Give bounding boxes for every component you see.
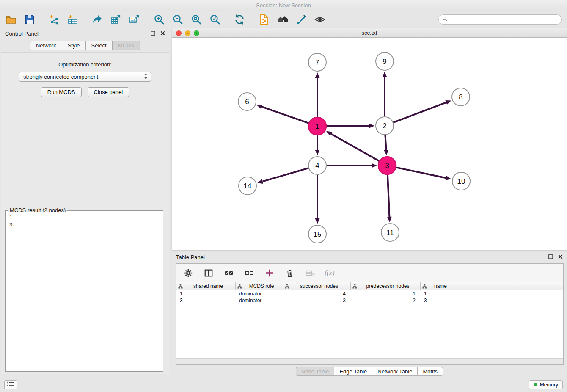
network-file-icon[interactable] bbox=[258, 14, 270, 25]
node-15[interactable]: 15 bbox=[308, 225, 326, 243]
maximize-window-icon[interactable] bbox=[194, 30, 199, 36]
arrowhead-icon bbox=[445, 100, 451, 105]
delete-column-icon[interactable] bbox=[284, 267, 296, 279]
deselect-all-icon[interactable] bbox=[243, 267, 255, 279]
tab-node-table[interactable]: Node Table bbox=[296, 367, 335, 376]
table-cell[interactable]: 3 bbox=[421, 297, 456, 304]
tab-network-table[interactable]: Network Table bbox=[372, 367, 418, 376]
tab-network[interactable]: Network bbox=[30, 41, 62, 50]
column-tree-icon bbox=[178, 284, 183, 289]
table-cell[interactable]: 3 bbox=[283, 297, 351, 304]
function-builder-icon[interactable]: f(x) bbox=[325, 267, 335, 279]
toolbar-group bbox=[234, 14, 245, 25]
export-image-icon[interactable] bbox=[129, 14, 140, 25]
toolbar-group bbox=[48, 14, 79, 25]
run-mcds-button[interactable]: Run MCDS bbox=[41, 87, 82, 97]
tab-style[interactable]: Style bbox=[62, 41, 86, 50]
edge-2-to-3[interactable] bbox=[385, 135, 386, 150]
close-window-icon[interactable] bbox=[176, 30, 182, 36]
table-panel-title: Table Panel bbox=[176, 254, 205, 260]
select-all-icon[interactable] bbox=[223, 267, 235, 279]
column-header-MCDS-role[interactable]: MCDS role bbox=[236, 282, 283, 290]
search-field[interactable] bbox=[438, 14, 562, 25]
table-cell[interactable]: 2 bbox=[351, 297, 421, 304]
node-6[interactable]: 6 bbox=[238, 93, 256, 110]
zoom-fit-icon[interactable] bbox=[190, 14, 202, 25]
svg-text:2: 2 bbox=[383, 122, 386, 130]
network-window-titlebar[interactable]: scc.txt bbox=[172, 28, 567, 38]
zoom-out-icon[interactable] bbox=[172, 14, 184, 25]
mcds-result-list[interactable]: 13 bbox=[7, 212, 162, 370]
node-11[interactable]: 11 bbox=[381, 224, 399, 241]
node-10[interactable]: 10 bbox=[452, 172, 470, 190]
table-cell[interactable]: 4 bbox=[283, 290, 351, 297]
table-horizontal-scrollbar[interactable] bbox=[176, 358, 563, 364]
add-column-icon[interactable] bbox=[264, 267, 275, 279]
edge-1-to-6[interactable] bbox=[262, 107, 309, 123]
svg-text:10: 10 bbox=[457, 177, 465, 185]
memory-button[interactable]: Memory bbox=[529, 380, 563, 389]
node-4[interactable]: 4 bbox=[308, 157, 326, 174]
svg-text:15: 15 bbox=[314, 230, 322, 238]
float-panel-icon[interactable] bbox=[151, 30, 155, 37]
table-row[interactable]: 1dominator411 bbox=[176, 290, 563, 297]
edge-4-to-14[interactable] bbox=[263, 168, 309, 182]
task-history-button[interactable] bbox=[4, 380, 17, 389]
criterion-dropdown[interactable]: strongly connected component bbox=[19, 72, 151, 82]
float-table-panel-icon[interactable] bbox=[548, 254, 553, 260]
node-7[interactable]: 7 bbox=[308, 53, 326, 71]
network-graph[interactable]: 7968124314101511 bbox=[172, 38, 567, 250]
table-cell[interactable]: dominator bbox=[236, 290, 283, 297]
table-cell[interactable]: dominator bbox=[236, 297, 283, 304]
node-3[interactable]: 3 bbox=[378, 157, 396, 174]
settings-gear-icon[interactable] bbox=[182, 267, 194, 279]
minimize-window-icon[interactable] bbox=[185, 30, 190, 36]
close-table-panel-icon[interactable] bbox=[558, 254, 563, 260]
refresh-icon[interactable] bbox=[234, 14, 245, 25]
node-8[interactable]: 8 bbox=[452, 88, 470, 106]
column-header-name[interactable]: name bbox=[421, 282, 456, 290]
import-network-icon[interactable] bbox=[48, 14, 60, 25]
tab-motifs[interactable]: Motifs bbox=[417, 367, 443, 376]
zoom-selected-icon[interactable] bbox=[209, 14, 221, 25]
tab-mcds[interactable]: MCDS bbox=[112, 41, 140, 50]
table-cell[interactable]: 1 bbox=[176, 290, 236, 297]
arrowhead-icon bbox=[383, 72, 387, 77]
node-2[interactable]: 2 bbox=[376, 117, 394, 135]
export-table-icon[interactable] bbox=[110, 14, 122, 25]
table-cell[interactable]: 3 bbox=[176, 297, 236, 304]
apply-style-icon[interactable] bbox=[295, 14, 307, 25]
save-session-icon[interactable] bbox=[24, 14, 36, 25]
edge-3-to-11[interactable] bbox=[388, 174, 389, 217]
edge-1-to-2[interactable] bbox=[326, 126, 369, 126]
edge-3-to-1[interactable] bbox=[331, 134, 379, 161]
network-canvas[interactable]: 7968124314101511 bbox=[172, 38, 567, 250]
home-gallery-icon[interactable] bbox=[277, 14, 289, 25]
edge-2-to-8[interactable] bbox=[393, 102, 446, 123]
column-header-predecessor-nodes[interactable]: predecessor nodes bbox=[351, 282, 421, 290]
node-14[interactable]: 14 bbox=[239, 177, 256, 195]
table-cell[interactable]: 1 bbox=[421, 290, 456, 297]
show-hide-icon[interactable] bbox=[314, 14, 326, 25]
close-panel-icon[interactable] bbox=[160, 30, 165, 37]
tab-select[interactable]: Select bbox=[85, 41, 113, 50]
search-input[interactable] bbox=[450, 17, 558, 22]
arrowhead-icon bbox=[257, 179, 263, 184]
column-header-shared-name[interactable]: shared name bbox=[176, 282, 236, 290]
delete-table-icon[interactable] bbox=[304, 267, 316, 279]
export-network-icon[interactable] bbox=[91, 14, 103, 25]
zoom-in-icon[interactable] bbox=[153, 14, 165, 25]
column-header-successor-nodes[interactable]: successor nodes bbox=[283, 282, 351, 290]
edge-3-to-10[interactable] bbox=[396, 167, 446, 178]
table-row[interactable]: 3dominator323 bbox=[176, 297, 563, 304]
open-session-icon[interactable] bbox=[5, 14, 17, 25]
control-panel-tabs: NetworkStyleSelectMCDS bbox=[1, 41, 169, 50]
import-table-icon[interactable] bbox=[67, 14, 79, 25]
node-9[interactable]: 9 bbox=[376, 52, 394, 70]
table-cell[interactable]: 1 bbox=[351, 290, 421, 297]
close-panel-button[interactable]: Close panel bbox=[88, 87, 129, 97]
window-title: Session: New Session bbox=[256, 2, 311, 8]
node-1[interactable]: 1 bbox=[308, 117, 326, 135]
tab-edge-table[interactable]: Edge Table bbox=[334, 367, 372, 376]
columns-icon[interactable] bbox=[203, 267, 215, 279]
